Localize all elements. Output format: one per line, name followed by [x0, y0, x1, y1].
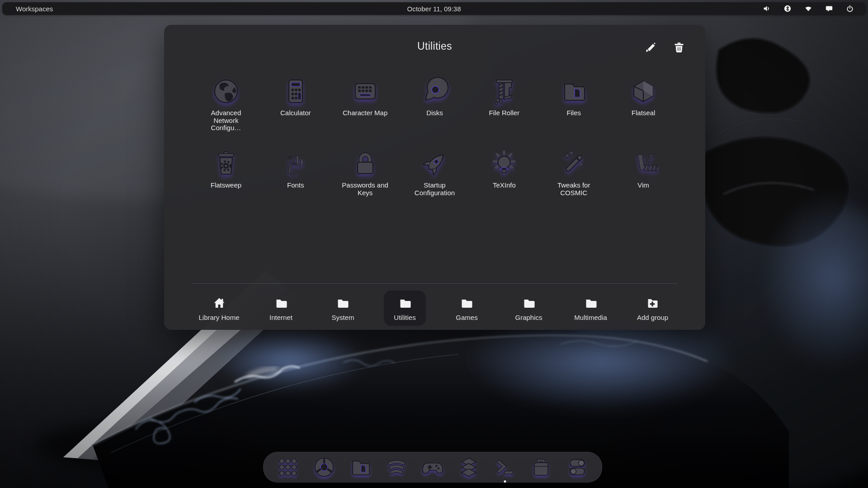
files-icon: [559, 77, 588, 106]
app-tweaks-for-cosmic[interactable]: Tweaks for COSMIC: [539, 149, 609, 221]
app-flatseal[interactable]: Flatseal: [609, 77, 678, 149]
rocket-icon: [420, 149, 449, 178]
docfolder-icon: [348, 455, 373, 479]
dock-item-settings-toggles[interactable]: [565, 455, 590, 479]
app-label: Passwords and Keys: [340, 182, 391, 197]
folder-icon: [522, 296, 536, 310]
tab-label: Internet: [269, 314, 292, 321]
delete-group-button[interactable]: [673, 41, 685, 54]
briefcase-icon: [529, 455, 553, 479]
app-library-window: Utilities Advanced Network Configu… Calc…: [164, 25, 705, 330]
folder-icon: [459, 296, 474, 310]
app-passwords-and-keys[interactable]: Passwords and Keys: [330, 149, 400, 221]
app-file-roller[interactable]: File Roller: [469, 77, 539, 149]
app-label: TeXInfo: [493, 182, 516, 189]
app-grid: Advanced Network Configu… Calculator Cha…: [191, 77, 678, 221]
app-advanced-network-configu[interactable]: Advanced Network Configu…: [191, 77, 261, 149]
tab-label: Add group: [637, 314, 668, 321]
dock-item-terminal[interactable]: [493, 455, 517, 479]
group-tabs: Library Home Internet System Utilities G…: [188, 291, 684, 326]
group-actions: [644, 41, 685, 54]
edit-group-button[interactable]: [644, 41, 656, 54]
chat-icon[interactable]: [825, 5, 833, 13]
dock: [263, 452, 602, 483]
folder-icon: [584, 296, 598, 310]
app-label: File Roller: [489, 109, 520, 117]
app-label: Vim: [637, 182, 649, 189]
app-label: Tweaks for COSMIC: [548, 182, 599, 197]
fileroller-icon: [490, 77, 519, 106]
app-label: Startup Configuration: [409, 182, 460, 197]
folder-icon: [335, 296, 350, 310]
app-label: Calculator: [280, 109, 311, 117]
tab-multimedia[interactable]: Multimedia: [560, 291, 622, 326]
app-label: Fonts: [287, 182, 304, 189]
gamepad-icon: [420, 455, 445, 479]
home-icon: [212, 296, 226, 310]
tab-label: Utilities: [394, 314, 415, 321]
tab-utilities[interactable]: Utilities: [374, 291, 436, 326]
folder-plus-icon: [645, 296, 660, 310]
dock-item-layers[interactable]: [457, 455, 481, 479]
music-icon: [384, 455, 409, 479]
dock-item-files[interactable]: [348, 455, 373, 479]
app-label: Flatseal: [632, 109, 656, 117]
app-flatsweep[interactable]: Flatsweep: [191, 149, 261, 221]
lock-icon: [351, 149, 380, 178]
app-texinfo[interactable]: TeXInfo: [469, 149, 539, 221]
tab-label: Library Home: [198, 314, 239, 321]
app-startup-configuration[interactable]: Startup Configuration: [400, 149, 470, 221]
charmap-icon: [351, 77, 380, 106]
browser-icon: [312, 455, 336, 479]
power-icon[interactable]: [846, 5, 854, 13]
globe-icon: [212, 77, 241, 106]
trash-icon: [673, 41, 685, 54]
appgrid-icon: [276, 455, 300, 479]
tab-games[interactable]: Games: [436, 291, 498, 326]
volume-icon[interactable]: [763, 5, 771, 13]
tab-add-group[interactable]: Add group: [622, 291, 684, 326]
dock-item-gamepad[interactable]: [420, 455, 445, 479]
terminal-icon: [493, 455, 517, 479]
workspaces-button[interactable]: Workspaces: [2, 5, 53, 13]
tab-label: Graphics: [515, 314, 542, 321]
dock-item-briefcase[interactable]: [529, 455, 553, 479]
disks-icon: [420, 77, 449, 106]
system-tray: [763, 5, 866, 13]
app-fonts[interactable]: Fonts: [261, 149, 330, 221]
wand-icon: [559, 149, 588, 178]
dock-item-music[interactable]: [384, 455, 409, 479]
tab-internet[interactable]: Internet: [250, 291, 312, 326]
app-disks[interactable]: Disks: [400, 77, 470, 149]
app-label: Files: [566, 109, 581, 117]
layers-icon: [457, 455, 481, 479]
app-label: Advanced Network Configu…: [201, 109, 251, 132]
app-label: Disks: [426, 109, 443, 117]
app-label: Flatsweep: [211, 182, 241, 189]
dock-item-browser[interactable]: [312, 455, 336, 479]
tab-graphics[interactable]: Graphics: [498, 291, 560, 326]
wifi-icon[interactable]: [804, 5, 812, 13]
folder-icon: [398, 296, 412, 310]
tab-library-home[interactable]: Library Home: [188, 291, 250, 326]
clock[interactable]: October 11, 09:38: [2, 5, 866, 13]
dock-item-app-grid[interactable]: [276, 455, 300, 479]
app-label: Character Map: [343, 109, 387, 117]
tab-system[interactable]: System: [312, 291, 374, 326]
calculator-icon: [281, 77, 310, 106]
vim-icon: [629, 149, 658, 178]
app-character-map[interactable]: Character Map: [330, 77, 400, 149]
tab-label: Multimedia: [574, 314, 607, 321]
pencil-icon: [644, 41, 656, 54]
group-title: Utilities: [164, 40, 705, 52]
tab-label: System: [331, 314, 354, 321]
tab-label: Games: [456, 314, 477, 321]
toggles-icon: [565, 455, 590, 479]
app-files[interactable]: Files: [539, 77, 609, 149]
top-panel: Workspaces October 11, 09:38: [2, 2, 866, 15]
app-vim[interactable]: Vim: [609, 149, 678, 221]
bluetooth-icon[interactable]: [783, 5, 792, 13]
flatsweep-icon: [212, 149, 241, 178]
folder-icon: [274, 296, 288, 310]
app-calculator[interactable]: Calculator: [261, 77, 330, 149]
